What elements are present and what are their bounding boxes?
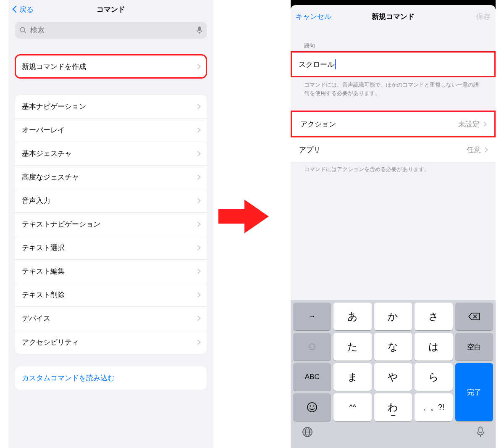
search-input[interactable]	[30, 26, 193, 34]
category-cell[interactable]: アクセシビリティ	[15, 330, 207, 354]
svg-point-6	[307, 403, 317, 412]
category-label: 音声入力	[22, 196, 50, 206]
svg-rect-2	[198, 26, 201, 31]
category-cell[interactable]: 基本ジェスチャ	[15, 142, 207, 166]
key-a[interactable]: あ	[333, 303, 371, 330]
app-cell[interactable]: アプリ 任意	[291, 137, 496, 162]
category-cell[interactable]: テキスト選択	[15, 236, 207, 260]
key-ka[interactable]: か	[374, 303, 412, 330]
create-command-label: 新規コマンドを作成	[22, 62, 86, 71]
search-field[interactable]	[15, 22, 207, 39]
category-label: テキスト選択	[22, 243, 65, 253]
category-label: 基本ジェスチャ	[22, 149, 72, 158]
key-tab[interactable]: →	[293, 303, 331, 330]
right-phone-frame: キャンセル 新規コマンド 保存 語句 スクロール コマンドには、音声認識可能で、…	[291, 0, 496, 448]
create-command-group: 新規コマンドを作成	[15, 55, 207, 78]
key-emoji[interactable]	[293, 393, 331, 421]
arrow-right-icon	[218, 198, 269, 235]
app-value: 任意	[467, 145, 481, 155]
keyboard: → あ か さ た な は 空白 ABC ま や	[291, 300, 496, 448]
chevron-right-icon	[195, 269, 201, 274]
key-undo[interactable]	[293, 333, 331, 361]
chevron-right-icon	[195, 174, 201, 180]
key-ma[interactable]: ま	[333, 363, 371, 391]
keyboard-grid: → あ か さ た な は 空白 ABC ま や	[293, 303, 493, 421]
category-label: アクセシビリティ	[22, 337, 79, 347]
save-label: 保存	[476, 13, 491, 21]
chevron-left-icon	[13, 6, 20, 13]
category-cell[interactable]: テキスト削除	[15, 283, 207, 307]
search-wrap	[8, 18, 213, 42]
category-cell[interactable]: 高度なジェスチャ	[15, 166, 207, 189]
category-cell[interactable]: テキスト編集	[15, 260, 207, 283]
sheet-title: 新規コマンド	[372, 12, 415, 21]
emoji-icon	[307, 402, 318, 413]
chevron-right-icon	[195, 221, 201, 227]
key-abc[interactable]: ABC	[293, 363, 331, 391]
category-label: テキスト編集	[22, 266, 65, 276]
chevron-right-icon	[195, 127, 201, 133]
key-ha[interactable]: は	[415, 333, 452, 361]
import-commands-label: カスタムコマンドを読み込む	[22, 374, 115, 382]
key-kaomoji[interactable]: ^^	[333, 393, 371, 421]
svg-point-8	[313, 406, 315, 407]
mic-icon	[476, 426, 485, 438]
svg-rect-14	[479, 427, 482, 433]
category-cell[interactable]: 音声入力	[15, 189, 207, 213]
app-row: アプリ 任意	[291, 137, 496, 162]
create-command-cell[interactable]: 新規コマンドを作成	[15, 55, 207, 78]
action-value: 未設定	[458, 119, 480, 129]
key-space[interactable]: 空白	[455, 333, 493, 361]
category-label: テキストナビゲーション	[22, 219, 100, 229]
globe-icon	[302, 426, 313, 438]
dictation-button[interactable]	[476, 426, 485, 438]
navbar: 戻る コマンド	[8, 0, 213, 18]
category-cell[interactable]: 基本ナビゲーション	[15, 95, 207, 119]
category-label: 基本ナビゲーション	[22, 102, 86, 111]
key-na[interactable]: な	[374, 333, 412, 361]
category-cell[interactable]: オーバーレイ	[15, 119, 207, 142]
text-cursor	[335, 59, 336, 69]
categories-group: 基本ナビゲーションオーバーレイ基本ジェスチャ高度なジェスチャ音声入力テキストナビ…	[15, 95, 207, 354]
globe-button[interactable]	[302, 426, 313, 438]
category-label: 高度なジェスチャ	[22, 172, 79, 182]
phrase-field[interactable]: スクロール	[292, 53, 494, 76]
keyboard-bottom-row	[293, 421, 493, 438]
cancel-label: キャンセル	[296, 12, 331, 21]
back-button[interactable]: 戻る	[13, 5, 34, 14]
chevron-right-icon	[195, 151, 201, 156]
chevron-right-icon	[481, 121, 487, 127]
save-button[interactable]: 保存	[470, 12, 491, 21]
key-done[interactable]: 完了	[455, 363, 493, 421]
chevron-right-icon	[195, 292, 201, 298]
left-phone-frame: 戻る コマンド 新規コマンドを作成 基本ナビゲーションオーバーレイ基本ジェスチャ…	[8, 0, 213, 448]
action-cell[interactable]: アクション 未設定	[292, 112, 494, 136]
sheet-navbar: キャンセル 新規コマンド 保存	[291, 5, 496, 28]
key-sa[interactable]: さ	[415, 303, 452, 330]
modal-sheet: キャンセル 新規コマンド 保存 語句 スクロール コマンドには、音声認識可能で、…	[291, 5, 496, 448]
key-wa[interactable]: わー	[374, 393, 412, 421]
key-ta[interactable]: た	[333, 333, 371, 361]
category-cell[interactable]: テキストナビゲーション	[15, 213, 207, 236]
backspace-icon	[468, 312, 480, 321]
chevron-right-icon	[195, 198, 201, 203]
mic-icon[interactable]	[197, 26, 202, 34]
key-ya[interactable]: や	[374, 363, 412, 391]
chevron-right-icon	[195, 104, 201, 109]
key-punct[interactable]: 、。?!	[415, 393, 452, 421]
import-commands-button[interactable]: カスタムコマンドを読み込む	[15, 366, 207, 390]
chevron-right-icon	[195, 316, 201, 321]
svg-line-1	[24, 31, 26, 33]
key-backspace[interactable]	[455, 303, 493, 330]
svg-point-0	[20, 27, 25, 32]
cancel-button[interactable]: キャンセル	[296, 12, 331, 21]
category-label: テキスト削除	[22, 290, 65, 300]
phrase-field-highlight: スクロール	[291, 51, 496, 77]
svg-point-7	[310, 406, 311, 407]
category-cell[interactable]: デバイス	[15, 307, 207, 330]
key-ra[interactable]: ら	[415, 363, 452, 391]
action-note: コマンドにはアクションを含める必要があります。	[291, 162, 496, 174]
action-app-section: アクション 未設定 アプリ 任意	[291, 111, 496, 162]
action-label: アクション	[300, 119, 336, 129]
chevron-right-icon	[195, 245, 201, 250]
